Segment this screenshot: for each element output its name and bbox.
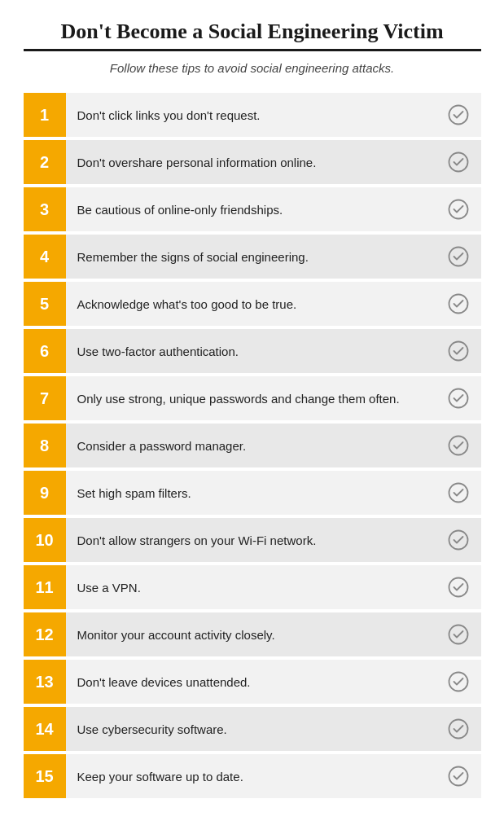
check-icon	[444, 147, 473, 177]
check-icon	[444, 336, 473, 366]
item-number: 10	[24, 518, 66, 562]
item-number: 11	[24, 565, 66, 609]
item-text: Only use strong, unique passwords and ch…	[66, 384, 444, 414]
list-item[interactable]: 5Acknowledge what's too good to be true.	[24, 282, 481, 326]
item-number: 8	[24, 424, 66, 467]
svg-point-13	[449, 720, 467, 739]
list-item[interactable]: 7Only use strong, unique passwords and c…	[24, 376, 481, 420]
item-text: Don't allow strangers on your Wi-Fi netw…	[66, 525, 444, 555]
list-item[interactable]: 12Monitor your account activity closely.	[24, 612, 481, 656]
item-number: 2	[24, 140, 66, 184]
list-item[interactable]: 11Use a VPN.	[24, 565, 481, 609]
item-number: 6	[24, 329, 66, 373]
item-text: Be cautious of online-only friendships.	[66, 195, 444, 225]
check-icon	[444, 525, 473, 555]
item-text: Don't leave devices unattended.	[66, 667, 444, 697]
item-number: 1	[24, 93, 66, 137]
svg-point-11	[449, 626, 467, 644]
svg-point-12	[449, 673, 467, 691]
svg-point-6	[449, 389, 467, 408]
svg-point-5	[449, 342, 467, 361]
page-subtitle: Follow these tips to avoid social engine…	[24, 61, 481, 75]
item-text: Don't overshare personal information onl…	[66, 147, 444, 178]
item-number: 5	[24, 282, 66, 326]
item-text: Don't click links you don't request.	[66, 100, 444, 130]
check-icon	[444, 667, 473, 696]
item-text: Acknowledge what's too good to be true.	[66, 289, 444, 319]
tips-list: 1Don't click links you don't request. 2D…	[24, 93, 481, 801]
item-text: Remember the signs of social engineering…	[66, 242, 444, 272]
check-icon	[444, 242, 473, 271]
list-item[interactable]: 14Use cybersecurity software.	[24, 707, 481, 751]
check-icon	[444, 620, 473, 649]
list-item[interactable]: 13Don't leave devices unattended.	[24, 660, 481, 704]
list-item[interactable]: 15Keep your software up to date.	[24, 754, 481, 798]
check-icon	[444, 384, 473, 413]
item-number: 14	[24, 707, 66, 751]
list-item[interactable]: 10Don't allow strangers on your Wi-Fi ne…	[24, 518, 481, 562]
check-icon	[444, 431, 473, 460]
item-text: Keep your software up to date.	[66, 762, 444, 792]
svg-point-8	[449, 484, 467, 503]
check-icon	[444, 289, 473, 318]
item-text: Use two-factor authentication.	[66, 336, 444, 367]
list-item[interactable]: 2Don't overshare personal information on…	[24, 140, 481, 184]
check-icon	[444, 100, 473, 129]
page-title: Don't Become a Social Engineering Victim	[24, 20, 481, 51]
item-text: Set high spam filters.	[66, 478, 444, 508]
svg-point-10	[449, 578, 467, 597]
list-item[interactable]: 8Consider a password manager.	[24, 424, 481, 467]
main-container: Don't Become a Social Engineering Victim…	[12, 0, 493, 826]
svg-point-2	[449, 200, 467, 219]
item-number: 12	[24, 612, 66, 656]
item-number: 15	[24, 754, 66, 798]
svg-point-9	[449, 531, 467, 550]
check-icon	[444, 573, 473, 602]
check-icon	[444, 478, 473, 507]
item-number: 3	[24, 187, 66, 231]
check-icon	[444, 762, 473, 791]
item-number: 7	[24, 376, 66, 420]
svg-point-14	[449, 767, 467, 786]
list-item[interactable]: 3Be cautious of online-only friendships.	[24, 187, 481, 231]
list-item[interactable]: 9Set high spam filters.	[24, 471, 481, 515]
svg-point-3	[449, 248, 467, 266]
item-text: Consider a password manager.	[66, 431, 444, 461]
list-item[interactable]: 4Remember the signs of social engineerin…	[24, 235, 481, 279]
item-number: 13	[24, 660, 66, 704]
item-text: Use a VPN.	[66, 573, 444, 603]
item-text: Monitor your account activity closely.	[66, 620, 444, 650]
list-item[interactable]: 6Use two-factor authentication.	[24, 329, 481, 373]
svg-point-7	[449, 437, 467, 455]
svg-point-4	[449, 295, 467, 314]
item-number: 9	[24, 471, 66, 515]
item-text: Use cybersecurity software.	[66, 714, 444, 744]
svg-point-1	[449, 153, 467, 172]
item-number: 4	[24, 235, 66, 279]
check-icon	[444, 195, 473, 224]
svg-point-0	[449, 106, 467, 125]
check-icon	[444, 714, 473, 744]
list-item[interactable]: 1Don't click links you don't request.	[24, 93, 481, 137]
